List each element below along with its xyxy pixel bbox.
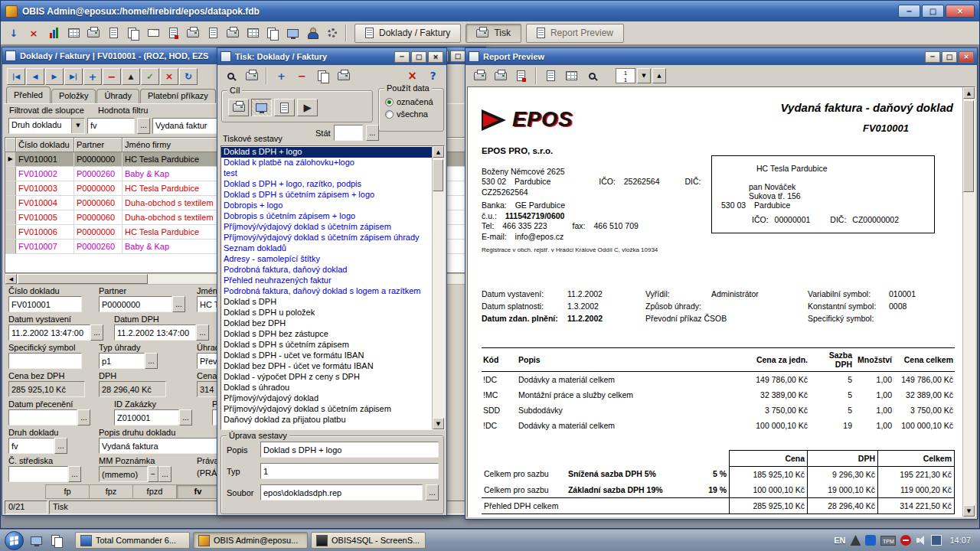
- filter-column-combobox[interactable]: Druh dokladu ▼: [8, 118, 85, 134]
- taskbar-task-button[interactable]: OBIS Admin@eposu...: [193, 532, 308, 549]
- page-down-button[interactable]: ▼: [637, 68, 651, 83]
- mail-button[interactable]: [143, 24, 163, 43]
- print-preview-button[interactable]: [183, 24, 203, 43]
- taskbar-task-button[interactable]: OBIS4SQL - ScreenS...: [311, 532, 426, 549]
- datum-preceneni-ellipsis-button[interactable]: ...: [77, 409, 90, 425]
- tray-blocked-icon[interactable]: [900, 535, 911, 546]
- minimize-button[interactable]: ─: [898, 5, 920, 18]
- settings-button[interactable]: [322, 24, 342, 43]
- doklady-tab[interactable]: Přehled: [6, 86, 51, 103]
- document-button[interactable]: [103, 24, 123, 43]
- tray-tpm-icon[interactable]: TPM: [880, 536, 896, 546]
- tab-doklady-faktury[interactable]: Doklady / Faktury: [354, 24, 461, 43]
- print-setup-button[interactable]: [470, 67, 489, 85]
- cislo-dokladu-field[interactable]: [8, 296, 82, 312]
- clock[interactable]: 14:07: [949, 536, 971, 545]
- monitor-button[interactable]: [283, 24, 302, 43]
- preview-report-button[interactable]: [221, 67, 240, 85]
- report-list-item[interactable]: Dobropis s účetním zápisem + logo: [221, 211, 432, 222]
- close-button[interactable]: ×: [946, 5, 975, 18]
- chart-button[interactable]: [44, 24, 64, 43]
- typ-input[interactable]: [260, 463, 439, 479]
- delete-button[interactable]: ×: [24, 24, 44, 43]
- quick-launch-explorer-icon[interactable]: [48, 532, 65, 549]
- scroll-up-icon[interactable]: ▲: [963, 87, 975, 99]
- doklady-tab[interactable]: Úhrady: [96, 89, 139, 103]
- document-type-tab[interactable]: fpzd: [132, 484, 176, 499]
- stredisko-ellipsis-button[interactable]: ...: [68, 466, 81, 482]
- report-list-item[interactable]: Doklad s úhradou: [221, 383, 432, 393]
- doklady-maximize-button[interactable]: □: [450, 51, 466, 62]
- target-preview-button[interactable]: [251, 99, 272, 116]
- report-list-item[interactable]: Doklad s DPH s účetním zápisem + logo: [221, 190, 432, 201]
- report-list-item[interactable]: Příjmový/výdajový doklad s účetním zápis…: [221, 222, 432, 233]
- datum-vystaveni-field[interactable]: [8, 324, 90, 341]
- typ-uhrady-field[interactable]: [99, 353, 145, 369]
- scroll-down-icon[interactable]: ▼: [433, 418, 444, 429]
- taskbar-task-button[interactable]: Total Commander 6...: [75, 532, 190, 549]
- stat-input[interactable]: [334, 125, 363, 141]
- partner-field[interactable]: [99, 296, 172, 312]
- report-list-item[interactable]: Doklad s DPH s účetním zápisem: [221, 340, 432, 350]
- report-list-item[interactable]: Doklad s DPH + logo: [221, 147, 432, 158]
- copy-report-button[interactable]: [313, 67, 332, 85]
- nav-prior-button[interactable]: ◀: [26, 68, 44, 85]
- report-list-item[interactable]: Doklad bez DPH: [221, 318, 432, 329]
- main-titlebar[interactable]: OBIS Admin@eposux:/home/firebird/epos/da…: [1, 1, 979, 21]
- nav-insert-button[interactable]: +: [83, 68, 102, 85]
- add-report-button[interactable]: +: [272, 67, 291, 85]
- target-printer-button[interactable]: [228, 99, 249, 116]
- calculator-button[interactable]: [243, 24, 263, 43]
- report-close-button[interactable]: ×: [959, 51, 974, 63]
- datum-dph-ellipsis-button[interactable]: ...: [196, 324, 209, 341]
- document-type-tab[interactable]: fpz: [89, 484, 132, 499]
- scroll-left-icon[interactable]: ◀: [5, 274, 17, 284]
- nav-next-button[interactable]: ▶: [45, 68, 64, 85]
- report-list-item[interactable]: Doklad s DPH + logo, razítko, podpis: [221, 179, 432, 190]
- report-list-item[interactable]: Doklad - výpočet DPH z ceny s DPH: [221, 372, 432, 383]
- preview-scrollbar[interactable]: ▲ ▼: [962, 87, 975, 517]
- tray-bluetooth-icon[interactable]: [865, 535, 876, 546]
- poznamka-minus-button[interactable]: −: [148, 466, 158, 482]
- print-setup-button[interactable]: [223, 24, 243, 43]
- tisk-maximize-button[interactable]: □: [411, 51, 426, 63]
- language-indicator[interactable]: EN: [834, 536, 845, 545]
- specificky-symbol-field[interactable]: [8, 353, 82, 369]
- typ-uhrady-ellipsis-button[interactable]: ...: [145, 353, 158, 369]
- zoom-button[interactable]: [583, 67, 602, 85]
- nav-delete-button[interactable]: −: [103, 68, 121, 85]
- print-button[interactable]: [83, 24, 103, 43]
- report-list-item[interactable]: Podrobná faktura, daňový doklad: [221, 265, 432, 276]
- scrollbar-thumb[interactable]: [963, 100, 974, 192]
- nav-refresh-button[interactable]: ↻: [179, 68, 198, 85]
- doklady-tab[interactable]: Platební příkazy: [140, 89, 216, 103]
- soubor-ellipsis-button[interactable]: ...: [426, 484, 439, 500]
- report-list-item[interactable]: Příjmový/výdajový doklad: [221, 393, 432, 404]
- report-maximize-button[interactable]: □: [942, 51, 957, 63]
- tray-volume-icon[interactable]: [916, 535, 926, 546]
- archive-button[interactable]: [263, 24, 283, 43]
- datum-vystaveni-ellipsis-button[interactable]: ...: [90, 324, 103, 341]
- scroll-up-icon[interactable]: ▲: [433, 146, 444, 158]
- exit-button[interactable]: ↓: [4, 24, 24, 43]
- quick-launch-desktop-icon[interactable]: [28, 532, 44, 549]
- table-button[interactable]: [64, 24, 83, 43]
- report-list-item[interactable]: Adresy - samolepící štítky: [221, 254, 432, 265]
- close-dialog-button[interactable]: ×: [403, 67, 422, 85]
- poznamka-ellipsis-button[interactable]: ...: [158, 466, 172, 482]
- help-button[interactable]: ?: [423, 67, 443, 85]
- user-button[interactable]: [302, 24, 322, 43]
- nav-first-button[interactable]: |◀: [7, 68, 25, 85]
- datum-preceneni-field[interactable]: [8, 409, 77, 425]
- id-zakazky-field[interactable]: [114, 409, 179, 425]
- stat-ellipsis-button[interactable]: ...: [366, 125, 379, 141]
- printer-setup-button[interactable]: [334, 67, 353, 85]
- report-list-item[interactable]: Doklad s DPH u položek: [221, 308, 432, 318]
- nav-last-button[interactable]: ▶|: [64, 68, 83, 85]
- partner-ellipsis-button[interactable]: ...: [172, 296, 185, 312]
- report-button[interactable]: [163, 24, 183, 43]
- report-list-item[interactable]: test: [221, 168, 432, 179]
- tab-report-preview[interactable]: Report Preview: [526, 24, 624, 43]
- target-file-button[interactable]: [274, 99, 295, 116]
- report-list-item[interactable]: Doklad bez DPH - účet ve formátu IBAN: [221, 361, 432, 372]
